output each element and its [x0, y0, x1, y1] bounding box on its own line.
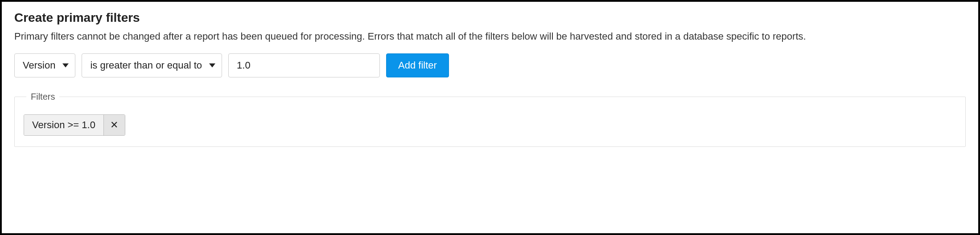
section-heading: Create primary filters: [14, 11, 966, 25]
field-select[interactable]: Version: [14, 53, 75, 77]
filter-chip: Version >= 1.0 ✕: [24, 114, 125, 136]
operator-select[interactable]: is greater than or equal to: [82, 53, 222, 77]
filter-builder-row: Version is greater than or equal to Add …: [14, 53, 966, 77]
operator-select-value: is greater than or equal to: [90, 60, 202, 71]
filter-chip-label: Version >= 1.0: [24, 115, 103, 135]
chevron-down-icon: [209, 63, 215, 67]
section-description: Primary filters cannot be changed after …: [14, 29, 966, 44]
filters-legend: Filters: [26, 92, 59, 102]
field-select-value: Version: [23, 60, 55, 71]
close-icon[interactable]: ✕: [103, 115, 125, 135]
add-filter-button[interactable]: Add filter: [386, 53, 449, 77]
filters-fieldset: Filters Version >= 1.0 ✕: [14, 92, 966, 147]
primary-filters-panel: Create primary filters Primary filters c…: [0, 0, 980, 235]
chevron-down-icon: [62, 63, 69, 67]
value-input[interactable]: [228, 53, 380, 77]
